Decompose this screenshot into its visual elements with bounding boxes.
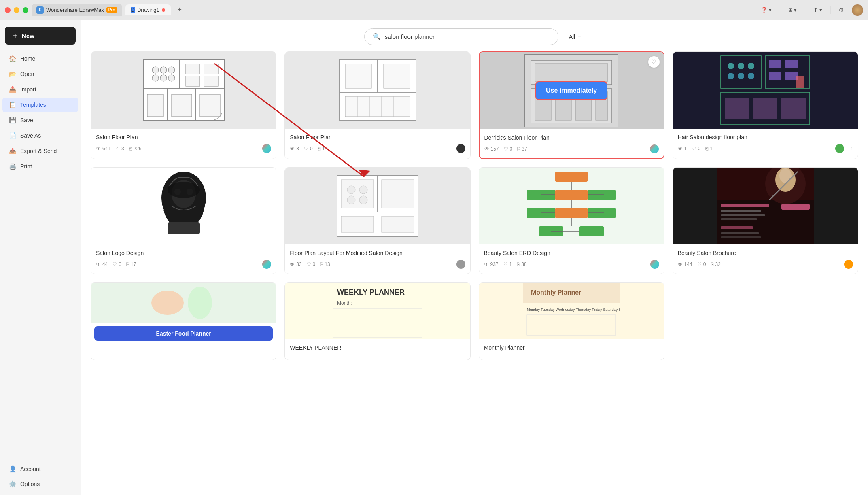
template-card-9[interactable]: Easter Food Planner [91,282,276,360]
sidebar-item-import[interactable]: 📥 Import [2,82,78,97]
sidebar-item-print[interactable]: 🖨️ Print [2,159,78,174]
sidebar: ＋ New 🏠 Home 📂 Open 📥 Import 📋 Templates… [0,20,81,495]
maximize-button[interactable] [23,7,28,13]
close-button[interactable] [5,7,11,13]
sidebar-item-export[interactable]: 📤 Export & Send [2,144,78,158]
pro-badge: Pro [106,7,117,13]
svg-rect-84 [579,226,604,236]
home-icon: 🏠 [9,55,16,62]
template-info-10: WEEKLY PLANNER [285,339,470,359]
minimize-button[interactable] [14,7,19,13]
views-stat-2: 👁 3 [290,146,299,151]
app-name: Wondershare EdrawMax [46,7,104,13]
template-card-11[interactable]: Monthly Planner Munday Tuesday Wednesday… [479,282,664,360]
content-area: 🔍 All ≡ [81,20,868,495]
template-card-4[interactable]: Hair Salon design floor plan 👁 1 ♡ 0 ⎘ 1… [673,51,858,159]
search-icon: 🔍 [373,33,381,40]
heart-button-3[interactable]: ♡ [648,56,660,68]
easter-planner-button[interactable]: Easter Food Planner [94,326,273,341]
app-tab[interactable]: E Wondershare EdrawMax Pro [32,4,122,16]
sidebar-print-label: Print [20,163,32,170]
template-thumbnail-7 [479,168,664,244]
svg-point-44 [728,63,734,69]
template-thumbnail-5 [91,168,276,244]
sidebar-item-templates[interactable]: 📋 Templates [2,98,78,112]
copies-stat-5: ⎘ 17 [126,261,136,267]
template-title-2: Salon Floor Plan [290,134,465,141]
import-icon: 📥 [9,86,16,93]
sidebar-import-label: Import [20,86,36,93]
svg-rect-17 [204,76,218,86]
svg-rect-19 [172,94,192,117]
author-avatar-8 [844,260,853,269]
svg-point-46 [748,63,754,69]
svg-point-9 [160,67,167,73]
template-info-7: Beauty Salon ERD Design 👁 937 ♡ 1 ⎘ 38 [479,244,664,274]
options-icon: ⚙️ [9,480,16,488]
sidebar-item-save[interactable]: 💾 Save [2,113,78,127]
template-info-11: Monthly Planner [479,339,664,359]
template-card-1[interactable]: Salon Floor Plan 👁 641 ♡ 3 ⎘ 226 [91,51,276,159]
share-icon[interactable]: ⬆ ▾ [813,7,822,13]
svg-rect-82 [555,208,588,218]
template-card-7[interactable]: Beauty Salon ERD Design 👁 937 ♡ 1 ⎘ 38 [479,167,664,274]
author-avatar-3 [650,144,659,153]
sidebar-item-options[interactable]: ⚙️ Options [2,477,78,491]
svg-rect-57 [796,76,804,88]
help-icon[interactable]: ❓ ▾ [761,7,772,13]
svg-rect-101 [721,214,765,216]
open-icon: 📂 [9,70,16,78]
author-avatar-4 [835,144,844,153]
template-info-4: Hair Salon design floor plan 👁 1 ♡ 0 ⎘ 1… [673,129,858,158]
svg-point-47 [728,73,734,79]
settings-icon[interactable]: ⚙ [839,7,844,13]
svg-rect-18 [147,94,163,117]
svg-rect-71 [382,216,414,232]
drawing-icon: D [131,7,135,13]
svg-rect-39 [535,64,608,81]
template-card-6[interactable]: Floor Plan Layout For Modified Salon Des… [284,167,470,274]
svg-rect-79 [555,190,588,200]
all-filter-button[interactable]: All ≡ [565,31,585,42]
template-title-10: WEEKLY PLANNER [290,344,465,351]
template-card-5[interactable]: Salon Logo Design 👁 44 ♡ 0 ⎘ 17 [91,167,276,274]
template-card-2[interactable]: Salon Floor Plan 👁 3 ♡ 0 ⎘ 1 [284,51,470,159]
template-card-10[interactable]: WEEKLY PLANNER Month: WEEKLY PLANNER [284,282,470,360]
template-title-4: Hair Salon design floor plan [678,134,853,141]
svg-text:Month:: Month: [337,300,352,306]
sidebar-item-save-as[interactable]: 📄 Save As [2,128,78,143]
sidebar-bottom: 👤 Account ⚙️ Options [0,458,81,492]
author-avatar-6 [456,260,465,269]
search-input[interactable] [385,33,550,40]
user-avatar[interactable] [852,4,863,16]
template-card-8[interactable]: Beauty Salon Brochure 👁 144 ♡ 0 ⎘ 32 [673,167,858,274]
likes-stat-1: ♡ 3 [115,146,124,151]
new-tab-button[interactable]: + [174,4,185,16]
divider3 [830,6,831,14]
svg-rect-15 [204,64,218,74]
use-immediately-button[interactable]: Use immediately [535,81,607,100]
template-thumbnail-4 [673,52,858,129]
svg-rect-102 [721,218,757,220]
svg-rect-104 [721,232,759,234]
sidebar-item-home[interactable]: 🏠 Home [2,51,78,66]
likes-stat-3: ♡ 0 [504,146,513,152]
new-button[interactable]: ＋ New [5,27,76,45]
traffic-lights [5,7,28,13]
export-icon: 📤 [9,147,16,155]
likes-stat-4: ♡ 0 [692,146,700,151]
title-bar: E Wondershare EdrawMax Pro D Drawing1 + … [0,0,868,20]
copies-stat-6: ⎘ 13 [320,261,330,267]
drawing-tab[interactable]: D Drawing1 [125,4,171,15]
sidebar-item-open[interactable]: 📂 Open [2,67,78,81]
template-card-3[interactable]: ♡ Use immediately Derrick's Salon Floor … [479,51,664,159]
sidebar-item-account[interactable]: 👤 Account [2,462,78,476]
svg-rect-76 [555,172,588,182]
svg-rect-105 [721,236,761,238]
copies-stat-4: ⎘ 1 [705,146,713,151]
grid-icon[interactable]: ⊞ ▾ [788,7,797,13]
template-title-5: Salon Logo Design [96,249,271,257]
svg-point-49 [748,73,754,79]
views-stat-1: 👁 641 [96,146,110,151]
sidebar-home-label: Home [20,55,35,62]
